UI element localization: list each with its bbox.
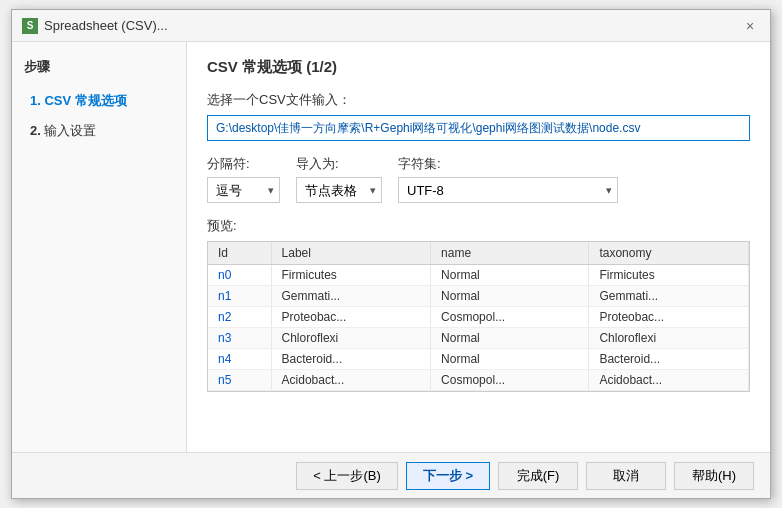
separator-label: 分隔符:: [207, 155, 280, 173]
preview-table-wrapper: Id Label name taxonomy n0FirmicutesNorma…: [207, 241, 750, 392]
cell-label: Proteobac...: [271, 307, 431, 328]
cell-name: Normal: [431, 265, 589, 286]
separator-select-wrapper: 逗号 分号 制表符: [207, 177, 280, 203]
separator-group: 分隔符: 逗号 分号 制表符: [207, 155, 280, 203]
cell-taxonomy: Chloroflexi: [589, 328, 749, 349]
cell-taxonomy: Gemmati...: [589, 286, 749, 307]
cell-id: n2: [208, 307, 271, 328]
col-taxonomy: taxonomy: [589, 242, 749, 265]
cell-name: Normal: [431, 286, 589, 307]
dialog-title: Spreadsheet (CSV)...: [44, 18, 168, 33]
footer: < 上一步(B) 下一步 > 完成(F) 取消 帮助(H): [12, 452, 770, 498]
col-label: Label: [271, 242, 431, 265]
cell-name: Cosmopol...: [431, 370, 589, 391]
options-row: 分隔符: 逗号 分号 制表符 导入为: 节点表格 边表格: [207, 155, 750, 203]
table-row: n1Gemmati...NormalGemmati...: [208, 286, 749, 307]
table-row: n4Bacteroid...NormalBacteroid...: [208, 349, 749, 370]
table-header: Id Label name taxonomy: [208, 242, 749, 265]
import-select[interactable]: 节点表格 边表格 混合表格: [296, 177, 382, 203]
cell-name: Normal: [431, 328, 589, 349]
cell-id: n4: [208, 349, 271, 370]
cell-label: Bacteroid...: [271, 349, 431, 370]
col-id: Id: [208, 242, 271, 265]
charset-label: 字符集:: [398, 155, 618, 173]
sidebar-heading: 步骤: [24, 58, 174, 76]
cell-id: n1: [208, 286, 271, 307]
step2-label: 输入设置: [44, 123, 96, 138]
cell-taxonomy: Firmicutes: [589, 265, 749, 286]
file-label: 选择一个CSV文件输入：: [207, 91, 750, 109]
charset-group: 字符集: UTF-8 GBK GB2312 ISO-8859-1: [398, 155, 618, 203]
sidebar-item-import-settings: 2. 输入设置: [24, 118, 174, 144]
cell-id: n3: [208, 328, 271, 349]
charset-select[interactable]: UTF-8 GBK GB2312 ISO-8859-1: [398, 177, 618, 203]
prev-button[interactable]: < 上一步(B): [296, 462, 398, 490]
step2-num: 2.: [30, 123, 41, 138]
cancel-button[interactable]: 取消: [586, 462, 666, 490]
sidebar: 步骤 1. CSV 常规选项 2. 输入设置: [12, 42, 187, 452]
section-title: CSV 常规选项 (1/2): [207, 58, 750, 77]
spreadsheet-icon: S: [22, 18, 38, 34]
help-button[interactable]: 帮助(H): [674, 462, 754, 490]
table-row: n5Acidobact...Cosmopol...Acidobact...: [208, 370, 749, 391]
cell-name: Cosmopol...: [431, 307, 589, 328]
cell-label: Gemmati...: [271, 286, 431, 307]
cell-id: n5: [208, 370, 271, 391]
table-row: n3ChloroflexiNormalChloroflexi: [208, 328, 749, 349]
cell-taxonomy: Acidobact...: [589, 370, 749, 391]
cell-name: Normal: [431, 349, 589, 370]
cell-taxonomy: Bacteroid...: [589, 349, 749, 370]
cell-id: n0: [208, 265, 271, 286]
step1-label: CSV 常规选项: [44, 93, 126, 108]
main-panel: CSV 常规选项 (1/2) 选择一个CSV文件输入： 分隔符: 逗号 分号 制…: [187, 42, 770, 452]
preview-table: Id Label name taxonomy n0FirmicutesNorma…: [208, 242, 749, 391]
preview-label: 预览:: [207, 217, 750, 235]
import-select-wrapper: 节点表格 边表格 混合表格: [296, 177, 382, 203]
import-label: 导入为:: [296, 155, 382, 173]
table-body: n0FirmicutesNormalFirmicutesn1Gemmati...…: [208, 265, 749, 391]
step1-num: 1.: [30, 93, 41, 108]
close-button[interactable]: ×: [740, 16, 760, 36]
finish-button[interactable]: 完成(F): [498, 462, 578, 490]
cell-label: Acidobact...: [271, 370, 431, 391]
table-row: n2Proteobac...Cosmopol...Proteobac...: [208, 307, 749, 328]
separator-select[interactable]: 逗号 分号 制表符: [207, 177, 280, 203]
sidebar-item-csv-general: 1. CSV 常规选项: [24, 88, 174, 114]
col-name: name: [431, 242, 589, 265]
file-path-input[interactable]: [207, 115, 750, 141]
titlebar: S Spreadsheet (CSV)... ×: [12, 10, 770, 42]
charset-select-wrapper: UTF-8 GBK GB2312 ISO-8859-1: [398, 177, 618, 203]
titlebar-left: S Spreadsheet (CSV)...: [22, 18, 168, 34]
cell-label: Firmicutes: [271, 265, 431, 286]
import-group: 导入为: 节点表格 边表格 混合表格: [296, 155, 382, 203]
next-button[interactable]: 下一步 >: [406, 462, 490, 490]
cell-label: Chloroflexi: [271, 328, 431, 349]
cell-taxonomy: Proteobac...: [589, 307, 749, 328]
dialog: S Spreadsheet (CSV)... × 步骤 1. CSV 常规选项 …: [11, 9, 771, 499]
table-row: n0FirmicutesNormalFirmicutes: [208, 265, 749, 286]
dialog-content: 步骤 1. CSV 常规选项 2. 输入设置 CSV 常规选项 (1/2) 选择…: [12, 42, 770, 452]
